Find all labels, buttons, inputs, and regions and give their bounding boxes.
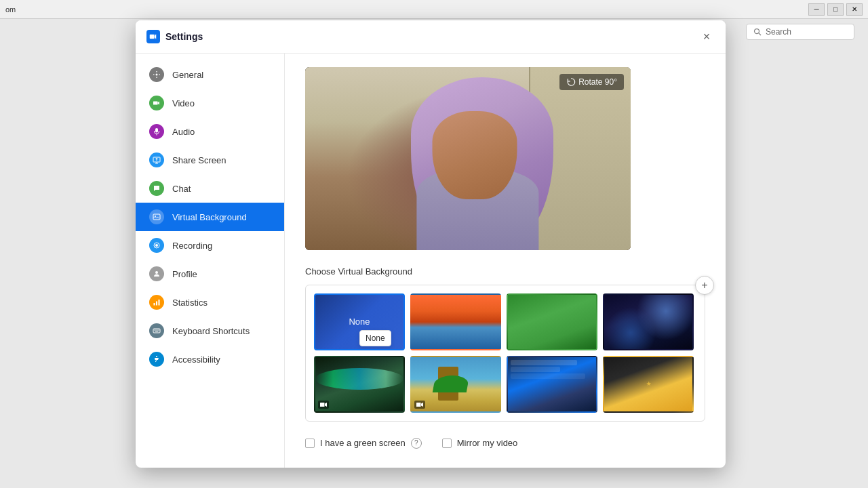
- green-screen-checkbox[interactable]: [305, 439, 315, 448]
- svg-rect-4: [153, 102, 158, 105]
- stats-svg: [153, 298, 161, 306]
- svg-point-11: [155, 244, 158, 247]
- top-bar-controls: ─ □ ✕: [808, 3, 863, 16]
- close-button-window[interactable]: ✕: [846, 3, 863, 16]
- video-indicator-beach: [414, 401, 425, 409]
- video-indicator-aurora: [318, 401, 329, 409]
- sidebar-label-virtual-background: Virtual Background: [172, 212, 247, 222]
- maximize-button[interactable]: □: [827, 3, 844, 16]
- sidebar-label-accessibility: Accessibility: [172, 354, 220, 365]
- settings-dialog: Settings × General: [136, 20, 726, 468]
- sidebar-label-recording: Recording: [172, 241, 212, 251]
- stats-icon: [149, 295, 164, 310]
- sidebar-item-video[interactable]: Video: [136, 89, 284, 117]
- share-icon: [149, 152, 164, 167]
- minimize-button[interactable]: ─: [808, 3, 825, 16]
- rotate-label: Rotate 90°: [578, 77, 617, 87]
- recording-icon: [149, 238, 164, 253]
- sidebar-item-general[interactable]: General: [136, 60, 284, 89]
- video-svg: [153, 99, 161, 107]
- svg-rect-14: [156, 302, 157, 306]
- sidebar-item-recording[interactable]: Recording: [136, 231, 284, 260]
- sidebar-item-statistics[interactable]: Statistics: [136, 288, 284, 317]
- sidebar-item-share-screen[interactable]: Share Screen: [136, 146, 284, 174]
- rotate-button[interactable]: Rotate 90°: [559, 74, 624, 90]
- chat-svg: [153, 184, 161, 192]
- bg-item-none[interactable]: None None: [314, 293, 405, 350]
- audio-icon: [149, 124, 164, 139]
- mirror-video-label: Mirror my video: [457, 438, 518, 448]
- video-icon-aurora: [320, 402, 327, 407]
- chat-icon: [149, 181, 164, 196]
- green-screen-label: I have a green screen: [320, 438, 406, 448]
- bg-item-space[interactable]: [603, 293, 694, 350]
- sidebar-item-virtual-background[interactable]: Virtual Background: [136, 203, 284, 231]
- sidebar-item-audio[interactable]: Audio: [136, 117, 284, 146]
- mirror-video-checkbox[interactable]: [442, 439, 452, 448]
- profile-svg: [153, 270, 161, 278]
- bg-none-label: None: [349, 317, 370, 327]
- sidebar-label-profile: Profile: [172, 269, 197, 279]
- bg-item-aurora[interactable]: [314, 356, 405, 413]
- svg-rect-5: [155, 128, 158, 133]
- video-preview: Rotate 90°: [305, 67, 631, 250]
- options-row: I have a green screen ? Mirror my video: [305, 438, 705, 449]
- dialog-icon: [146, 30, 160, 43]
- help-icon-green-screen[interactable]: ?: [411, 438, 422, 449]
- top-bar-title: om: [5, 5, 16, 14]
- search-label[interactable]: Search: [766, 27, 791, 37]
- option-green-screen: I have a green screen ?: [305, 438, 422, 449]
- video-icon-beach: [416, 402, 423, 407]
- bg-item-golden-gate[interactable]: [410, 293, 501, 350]
- vbg-icon: [149, 209, 164, 224]
- top-bar: om ─ □ ✕: [0, 0, 868, 19]
- sidebar-label-video: Video: [172, 98, 195, 108]
- sidebar-item-chat[interactable]: Chat: [136, 174, 284, 203]
- sidebar: General Video: [136, 54, 285, 468]
- svg-rect-24: [416, 403, 421, 407]
- bg-item-beach[interactable]: [410, 356, 501, 413]
- mic-svg: [153, 127, 161, 136]
- vbg-svg: [153, 213, 161, 221]
- svg-point-22: [156, 356, 157, 357]
- recording-svg: [153, 241, 161, 249]
- search-icon: [753, 28, 762, 36]
- bg-grid: None None: [314, 293, 696, 413]
- add-background-button[interactable]: +: [695, 276, 714, 295]
- svg-rect-13: [154, 303, 155, 306]
- sidebar-label-chat: Chat: [172, 184, 191, 194]
- keyboard-icon: [149, 323, 164, 338]
- profile-icon: [149, 266, 164, 281]
- sidebar-item-keyboard-shortcuts[interactable]: Keyboard Shortcuts: [136, 317, 284, 345]
- section-title: Choose Virtual Background: [305, 266, 705, 277]
- sidebar-label-statistics: Statistics: [172, 298, 208, 308]
- bg-item-promo[interactable]: ★: [603, 356, 694, 413]
- bg-item-tech[interactable]: [507, 356, 597, 413]
- svg-point-12: [155, 271, 158, 274]
- svg-rect-15: [159, 300, 160, 306]
- sidebar-item-profile[interactable]: Profile: [136, 260, 284, 288]
- bg-item-green[interactable]: [507, 293, 597, 350]
- dialog-header: Settings ×: [136, 20, 726, 54]
- zoom-icon: [149, 32, 158, 41]
- sidebar-label-audio: Audio: [172, 127, 195, 137]
- svg-point-3: [156, 74, 158, 76]
- gear-svg: [153, 70, 161, 79]
- search-bar: Search: [746, 24, 854, 40]
- bg-chooser: + None None: [305, 285, 705, 422]
- svg-point-0: [755, 29, 760, 34]
- sidebar-label-general: General: [172, 70, 203, 80]
- sidebar-label-keyboard-shortcuts: Keyboard Shortcuts: [172, 326, 250, 336]
- svg-rect-16: [153, 329, 160, 333]
- video-icon: [149, 96, 164, 110]
- dialog-title: Settings: [165, 31, 203, 42]
- sidebar-item-accessibility[interactable]: Accessibility: [136, 345, 284, 373]
- general-icon: [149, 67, 164, 82]
- close-button[interactable]: ×: [698, 28, 715, 45]
- svg-line-1: [759, 33, 762, 36]
- share-svg: [153, 156, 161, 164]
- sidebar-label-share-screen: Share Screen: [172, 155, 226, 165]
- svg-rect-23: [320, 403, 325, 407]
- svg-rect-2: [150, 35, 154, 39]
- rotate-icon: [566, 77, 576, 87]
